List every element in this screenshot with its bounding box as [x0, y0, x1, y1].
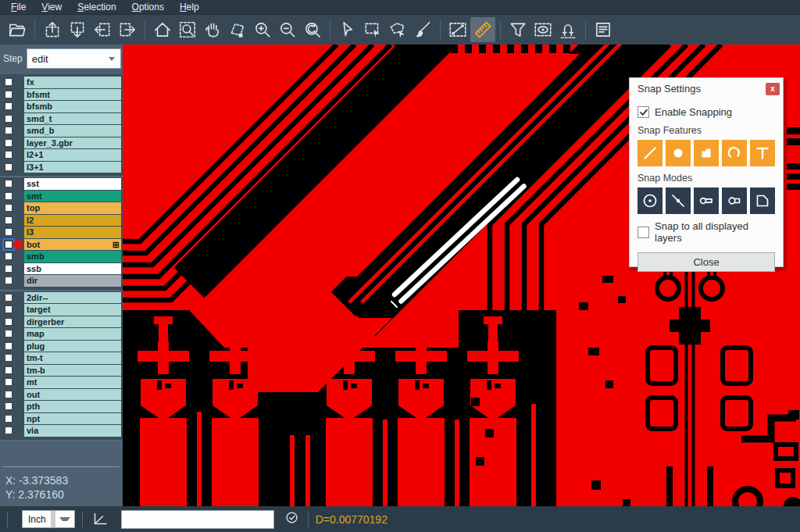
layer-checkbox[interactable]: [4, 114, 13, 123]
measure-value-input[interactable]: [121, 510, 274, 529]
menu-help[interactable]: Help: [172, 1, 207, 13]
layer-row[interactable]: dir: [0, 275, 123, 287]
snap-feature-text-button[interactable]: [750, 140, 775, 166]
layer-checkbox[interactable]: [4, 329, 13, 338]
layer-checkbox[interactable]: [4, 126, 13, 135]
layer-row[interactable]: 2dir--: [0, 292, 123, 304]
dialog-titlebar[interactable]: Snap Settings x: [630, 78, 783, 99]
layer-checkbox[interactable]: [4, 216, 13, 225]
layer-checkbox[interactable]: [4, 317, 13, 327]
import-down-button[interactable]: [65, 17, 90, 42]
layer-checkbox[interactable]: [4, 414, 13, 423]
snap-mode-center-button[interactable]: [638, 187, 662, 214]
highlight-button[interactable]: [530, 17, 555, 42]
enable-snapping-checkbox[interactable]: [638, 106, 649, 118]
layer-row[interactable]: via: [0, 425, 123, 437]
layer-checkbox[interactable]: [4, 252, 13, 261]
layer-row[interactable]: npt: [0, 413, 123, 425]
layer-checkbox[interactable]: [4, 162, 13, 172]
snap-mode-end-button[interactable]: [694, 187, 719, 214]
snap-feature-surface-button[interactable]: [694, 140, 719, 166]
layer-row[interactable]: out: [0, 389, 123, 401]
layer-row[interactable]: tm-t: [0, 352, 123, 364]
snap-feature-arc-button[interactable]: [722, 140, 747, 166]
layer-checkbox[interactable]: [4, 240, 13, 249]
layer-row[interactable]: l2+1: [0, 149, 123, 161]
layer-checkbox[interactable]: [4, 276, 13, 285]
layer-checkbox[interactable]: [4, 366, 13, 375]
layer-row[interactable]: top: [0, 202, 123, 214]
close-icon[interactable]: x: [766, 83, 780, 95]
layer-checkbox[interactable]: [4, 191, 13, 201]
layer-checkbox[interactable]: [4, 227, 13, 237]
apply-check-icon[interactable]: [284, 509, 301, 530]
menu-file[interactable]: File: [3, 1, 34, 13]
snap-feature-pad-button[interactable]: [666, 140, 691, 166]
layer-row[interactable]: bfsmt: [0, 89, 123, 101]
layer-row[interactable]: fx: [0, 77, 123, 88]
layer-checkbox[interactable]: [4, 138, 13, 148]
select-polygon-button[interactable]: [385, 17, 410, 42]
enable-snapping-row[interactable]: Enable Snapping: [638, 106, 775, 118]
close-button[interactable]: Close: [638, 252, 775, 272]
snap-mode-midpoint-button[interactable]: [666, 187, 691, 214]
layer-row[interactable]: map: [0, 328, 123, 340]
layer-row[interactable]: ssb: [0, 263, 123, 275]
layer-row[interactable]: dirgerber: [0, 316, 123, 328]
layer-row[interactable]: smd_t: [0, 113, 123, 125]
layer-checkbox[interactable]: [4, 341, 13, 351]
layer-checkbox[interactable]: [4, 203, 13, 212]
layer-checkbox[interactable]: [4, 305, 13, 314]
unit-dropdown[interactable]: Inch: [22, 510, 75, 528]
layer-checkbox[interactable]: [4, 390, 13, 399]
layer-checkbox[interactable]: [4, 90, 13, 99]
layer-row[interactable]: smb: [0, 251, 123, 262]
layer-row[interactable]: smt: [0, 191, 123, 202]
layer-row[interactable]: bfsmb: [0, 101, 123, 112]
layer-row[interactable]: l3: [0, 227, 123, 238]
layer-checkbox[interactable]: [4, 293, 13, 302]
menu-options[interactable]: Options: [124, 1, 172, 13]
import-left-button[interactable]: [90, 17, 115, 42]
layer-row[interactable]: mt: [0, 377, 123, 388]
select-brush-button[interactable]: [410, 17, 435, 42]
layer-checkbox[interactable]: [4, 353, 13, 362]
open-button[interactable]: [5, 17, 30, 42]
layer-row[interactable]: l2: [0, 215, 123, 227]
snap-all-layers-row[interactable]: Snap to all displayed layers: [638, 220, 775, 244]
ruler-button[interactable]: [470, 17, 495, 42]
zoom-in-button[interactable]: [250, 17, 275, 42]
measure-line-button[interactable]: [445, 17, 470, 42]
snap-magnet-button[interactable]: [555, 17, 580, 42]
import-right-button[interactable]: [115, 17, 140, 42]
layer-row[interactable]: l3+1: [0, 162, 123, 173]
filter-button[interactable]: [505, 17, 530, 42]
layer-checkbox[interactable]: [4, 179, 13, 188]
select-rectangle-button[interactable]: [360, 17, 385, 42]
zoom-window-button[interactable]: [175, 17, 200, 42]
layer-row[interactable]: smd_b: [0, 125, 123, 137]
layer-row[interactable]: pth: [0, 401, 123, 412]
step-dropdown[interactable]: edit: [27, 48, 121, 69]
layer-checkbox[interactable]: [4, 402, 13, 411]
layer-row[interactable]: sst: [0, 178, 123, 190]
snap-all-layers-checkbox[interactable]: [638, 227, 649, 238]
snap-feature-line-button[interactable]: [638, 140, 662, 166]
select-button[interactable]: [335, 17, 360, 42]
zoom-out-button[interactable]: [275, 17, 300, 42]
snap-mode-origin-button[interactable]: [722, 187, 747, 214]
layer-row[interactable]: tm-b: [0, 365, 123, 377]
layer-checkbox[interactable]: [4, 77, 13, 87]
layers-panel-button[interactable]: [591, 17, 616, 42]
layer-checkbox[interactable]: [4, 102, 13, 111]
home-view-button[interactable]: [150, 17, 175, 42]
layer-row[interactable]: target: [0, 304, 123, 316]
layer-row[interactable]: plug: [0, 341, 123, 352]
layer-checkbox[interactable]: [4, 426, 13, 435]
import-up-button[interactable]: [40, 17, 65, 42]
menu-view[interactable]: View: [34, 1, 70, 13]
zoom-previous-button[interactable]: [300, 17, 325, 42]
layer-row-bot-active[interactable]: bot⊞: [0, 239, 123, 251]
menu-selection[interactable]: Selection: [70, 1, 123, 13]
layer-checkbox[interactable]: [4, 264, 13, 273]
